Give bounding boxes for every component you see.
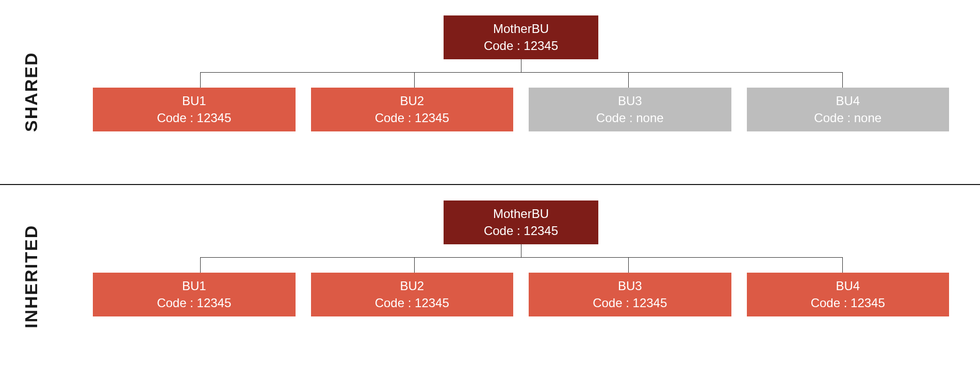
- node-child-bu4-inherited: BU4 Code : 12345: [747, 273, 950, 316]
- section-inherited: INHERITED MotherBU Code : 12345 BU1: [0, 184, 980, 368]
- section-label-inherited: INHERITED: [0, 185, 62, 368]
- node-child-bu4-shared: BU4 Code : none: [747, 88, 950, 131]
- connectors-shared: [93, 59, 949, 88]
- children-row-inherited: BU1 Code : 12345 BU2 Code : 12345 BU3 Co…: [93, 273, 949, 316]
- section-label-shared: SHARED: [0, 0, 62, 184]
- node-child-bu2-shared: BU2 Code : 12345: [311, 88, 514, 131]
- tree-shared: MotherBU Code : 12345 BU1 Code : 12345 B…: [62, 0, 980, 184]
- section-shared: SHARED MotherBU Code : 12345 BU1 Cod: [0, 0, 980, 184]
- node-name: BU1: [182, 278, 206, 294]
- node-name: BU3: [618, 93, 642, 109]
- node-code: Code : 12345: [157, 110, 231, 126]
- node-code: Code : 12345: [375, 110, 449, 126]
- node-code: Code : 12345: [484, 38, 558, 54]
- node-name: MotherBU: [493, 21, 549, 37]
- node-code: Code : 12345: [375, 295, 449, 311]
- node-name: BU4: [836, 93, 860, 109]
- node-code: Code : 12345: [593, 295, 667, 311]
- node-child-bu1-shared: BU1 Code : 12345: [93, 88, 296, 131]
- node-name: BU2: [400, 93, 424, 109]
- node-child-bu1-inherited: BU1 Code : 12345: [93, 273, 296, 316]
- node-parent-inherited: MotherBU Code : 12345: [444, 200, 598, 244]
- node-code: Code : none: [814, 110, 881, 126]
- tree-inherited: MotherBU Code : 12345 BU1 Code : 12345 B…: [62, 185, 980, 368]
- node-name: BU2: [400, 278, 424, 294]
- node-name: BU3: [618, 278, 642, 294]
- node-code: Code : none: [596, 110, 664, 126]
- node-name: BU4: [836, 278, 860, 294]
- children-row-shared: BU1 Code : 12345 BU2 Code : 12345 BU3 Co…: [93, 88, 949, 131]
- node-code: Code : 12345: [484, 223, 558, 239]
- node-child-bu3-shared: BU3 Code : none: [529, 88, 731, 131]
- node-parent-shared: MotherBU Code : 12345: [444, 15, 598, 59]
- node-name: MotherBU: [493, 206, 549, 222]
- node-code: Code : 12345: [157, 295, 231, 311]
- connectors-inherited: [93, 244, 949, 273]
- node-name: BU1: [182, 93, 206, 109]
- node-child-bu3-inherited: BU3 Code : 12345: [529, 273, 731, 316]
- node-child-bu2-inherited: BU2 Code : 12345: [311, 273, 514, 316]
- node-code: Code : 12345: [811, 295, 885, 311]
